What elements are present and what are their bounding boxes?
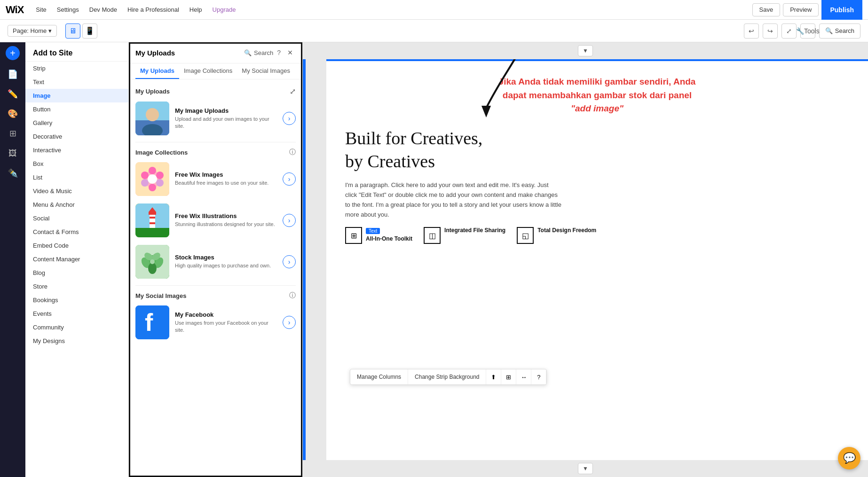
- move-up-icon[interactable]: ⬆: [486, 369, 501, 384]
- svg-rect-19: [150, 222, 155, 224]
- site-heading-area: Built for Creatives, by Creatives: [345, 127, 849, 173]
- layout-icon[interactable]: ⊞: [501, 369, 516, 384]
- help-icon-toolbar[interactable]: ?: [531, 369, 546, 384]
- free-wix-illustrations-item[interactable]: Free Wix Illustrations Stunning illustra…: [129, 200, 302, 241]
- search-icon-top: 🔍: [825, 27, 833, 34]
- scroll-down-button[interactable]: ▼: [578, 45, 593, 56]
- panel-search-button[interactable]: 🔍 Search: [244, 49, 273, 56]
- nav-upgrade[interactable]: Upgrade: [209, 0, 240, 20]
- tab-social-images[interactable]: My Social Images: [237, 63, 295, 79]
- feature-1: ⊞ Text All-In-One Toolkit: [345, 227, 412, 244]
- divider-2: [135, 285, 296, 286]
- tab-image-collections[interactable]: Image Collections: [179, 63, 237, 79]
- info-icon-collections[interactable]: ⓘ: [289, 148, 296, 156]
- panel-tabs: My Uploads Image Collections My Social I…: [129, 63, 302, 79]
- feature-2-icon: ◫: [424, 227, 441, 244]
- desktop-view-button[interactable]: 🖥: [65, 23, 80, 39]
- chevron-down-icon: ▾: [48, 27, 52, 34]
- sidebar-item-box[interactable]: Box: [25, 157, 128, 171]
- cms-icon[interactable]: 🖼: [4, 145, 21, 162]
- sidebar-item-community[interactable]: Community: [25, 321, 128, 334]
- add-element-button[interactable]: +: [6, 46, 20, 60]
- sidebar-item-mydesigns[interactable]: My Designs: [25, 334, 128, 348]
- stock-images-arrow[interactable]: ›: [283, 255, 296, 268]
- media-icon[interactable]: 🎨: [4, 105, 21, 122]
- image-upload-panel: My Uploads 🔍 Search ? × My Uploads Image…: [129, 42, 303, 477]
- sidebar-item-decorative[interactable]: Decorative: [25, 130, 128, 143]
- nav-site[interactable]: Site: [32, 0, 50, 20]
- site-paragraph: I'm a paragraph. Click here to add your …: [345, 180, 561, 219]
- stock-images-item[interactable]: Stock Images High quality images to purc…: [129, 241, 302, 282]
- expand-icon[interactable]: ⤢: [290, 87, 296, 96]
- nav-hire[interactable]: Hire a Professional: [124, 0, 183, 20]
- sidebar-item-bookings[interactable]: Bookings: [25, 293, 128, 307]
- sidebar-item-menu[interactable]: Menu & Anchor: [25, 198, 128, 211]
- my-facebook-item[interactable]: f My Facebook Use images from your Faceb…: [129, 302, 302, 343]
- my-uploads-info: My Image Uploads Upload and add your own…: [175, 107, 277, 130]
- sidebar-item-blog[interactable]: Blog: [25, 266, 128, 280]
- sidebar-item-social[interactable]: Social: [25, 211, 128, 225]
- facebook-thumbnail: f: [135, 305, 169, 339]
- nav-settings[interactable]: Settings: [53, 0, 83, 20]
- sidebar-item-contact[interactable]: Contact & Forms: [25, 225, 128, 239]
- sidebar-item-button[interactable]: Button: [25, 102, 128, 116]
- nav-devmode[interactable]: Dev Mode: [86, 0, 121, 20]
- undo-button[interactable]: ↩: [744, 23, 759, 39]
- close-button[interactable]: ×: [284, 47, 296, 58]
- free-wix-images-item[interactable]: Free Wix Images Beautiful free images to…: [129, 158, 302, 200]
- canvas-left-indicator: [303, 59, 306, 477]
- stock-images-info: Stock Images High quality images to purc…: [175, 254, 277, 269]
- mobile-view-button[interactable]: 📱: [82, 23, 97, 39]
- scroll-down-bottom[interactable]: ▼: [578, 463, 593, 474]
- resize-icon[interactable]: ↔: [516, 369, 531, 384]
- change-strip-background-button[interactable]: Change Strip Background: [408, 369, 486, 384]
- feature-3-icon: ◱: [517, 227, 534, 244]
- facebook-arrow[interactable]: ›: [283, 316, 296, 329]
- nav-help[interactable]: Help: [186, 0, 206, 20]
- tools-button[interactable]: 🔧 Tools: [800, 23, 815, 39]
- publish-button[interactable]: Publish: [821, 0, 862, 20]
- my-image-uploads-item[interactable]: My Image Uploads Upload and add your own…: [129, 98, 302, 139]
- my-uploads-section-header: My Uploads ⤢: [129, 84, 302, 98]
- svg-rect-14: [135, 228, 169, 237]
- svg-point-27: [150, 259, 155, 264]
- sidebar-item-embed[interactable]: Embed Code: [25, 239, 128, 252]
- arrow-graphic: [477, 59, 552, 117]
- sidebar-item-video[interactable]: Video & Music: [25, 184, 128, 198]
- manage-columns-button[interactable]: Manage Columns: [350, 369, 408, 384]
- search-button-top[interactable]: 🔍 Search: [819, 23, 860, 39]
- stock-images-desc: High quality images to purchase and own.: [175, 262, 277, 269]
- save-button[interactable]: Save: [752, 3, 781, 16]
- canvas-area: ▼ Jika Anda tidak memiliki gambar sendir…: [303, 42, 868, 477]
- sidebar-item-gallery[interactable]: Gallery: [25, 116, 128, 130]
- sidebar-item-text[interactable]: Text: [25, 75, 128, 89]
- feature-2-title: Integrated File Sharing: [444, 227, 505, 234]
- tab-my-uploads[interactable]: My Uploads: [135, 63, 179, 79]
- my-uploads-thumbnail: [135, 102, 169, 135]
- sidebar-item-strip[interactable]: Strip: [25, 62, 128, 75]
- dev-icon[interactable]: ✒️: [4, 164, 21, 181]
- blog-icon[interactable]: ✏️: [4, 86, 21, 102]
- redo-button[interactable]: ↪: [763, 23, 778, 39]
- feature-1-text: Text All-In-One Toolkit: [366, 227, 412, 242]
- chat-fab-button[interactable]: 💬: [838, 447, 860, 469]
- sidebar-item-image[interactable]: Image: [25, 89, 128, 102]
- apps-icon[interactable]: ⊞: [4, 125, 21, 142]
- pages-icon[interactable]: 📄: [4, 66, 21, 83]
- preview-button[interactable]: Preview: [783, 3, 819, 16]
- sidebar-item-store[interactable]: Store: [25, 280, 128, 293]
- sidebar-item-content[interactable]: Content Manager: [25, 252, 128, 266]
- wix-logo: WiX: [6, 4, 24, 16]
- canvas-wrapper: Jika Anda tidak memiliki gambar sendiri,…: [303, 59, 868, 477]
- sidebar-item-list[interactable]: List: [25, 171, 128, 184]
- page-selector[interactable]: Page: Home ▾: [8, 25, 57, 37]
- svg-rect-15: [150, 213, 155, 228]
- info-icon-social[interactable]: ⓘ: [289, 291, 296, 300]
- my-uploads-arrow[interactable]: ›: [283, 112, 296, 125]
- help-icon[interactable]: ?: [277, 49, 281, 56]
- sidebar-item-events[interactable]: Events: [25, 307, 128, 321]
- free-wix-images-arrow[interactable]: ›: [283, 172, 296, 186]
- free-wix-illustrations-arrow[interactable]: ›: [283, 214, 296, 227]
- sidebar-item-interactive[interactable]: Interactive: [25, 143, 128, 157]
- fullscreen-button[interactable]: ⤢: [781, 23, 797, 39]
